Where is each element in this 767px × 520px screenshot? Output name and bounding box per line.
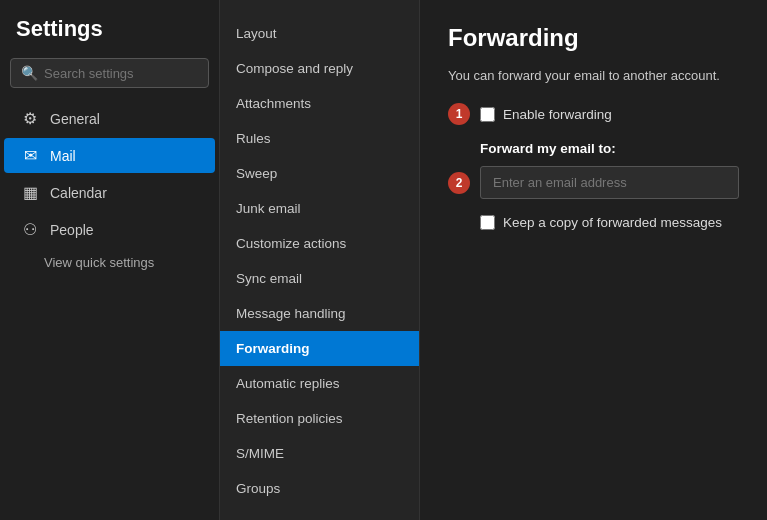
menu-item-rules[interactable]: Rules [220, 121, 419, 156]
sidebar-item-mail[interactable]: ✉ Mail [4, 138, 215, 173]
keep-copy-row: Keep a copy of forwarded messages [448, 215, 739, 230]
enable-forwarding-row: 1 Enable forwarding [448, 103, 739, 125]
menu-item-junk-email[interactable]: Junk email [220, 191, 419, 226]
keep-copy-checkbox[interactable] [480, 215, 495, 230]
enable-forwarding-text: Enable forwarding [503, 107, 612, 122]
menu-item-attachments[interactable]: Attachments [220, 86, 419, 121]
menu-item-automatic-replies[interactable]: Automatic replies [220, 366, 419, 401]
menu-item-forwarding[interactable]: Forwarding [220, 331, 419, 366]
view-quick-settings-link[interactable]: View quick settings [0, 248, 219, 277]
keep-copy-label[interactable]: Keep a copy of forwarded messages [480, 215, 722, 230]
quick-settings-label: View quick settings [44, 255, 154, 270]
badge-1: 1 [448, 103, 470, 125]
forwarding-description: You can forward your email to another ac… [448, 68, 739, 83]
gear-icon: ⚙ [20, 109, 40, 128]
sidebar-label-general: General [50, 111, 100, 127]
main-content: Forwarding You can forward your email to… [420, 0, 767, 520]
keep-copy-text: Keep a copy of forwarded messages [503, 215, 722, 230]
menu-item-sync-email[interactable]: Sync email [220, 261, 419, 296]
email-input-row: 2 [448, 166, 739, 199]
sidebar-label-calendar: Calendar [50, 185, 107, 201]
sidebar-item-people[interactable]: ⚇ People [4, 212, 215, 247]
search-input[interactable] [44, 66, 198, 81]
people-icon: ⚇ [20, 220, 40, 239]
badge-2: 2 [448, 172, 470, 194]
menu-item-customize-actions[interactable]: Customize actions [220, 226, 419, 261]
menu-item-compose-reply[interactable]: Compose and reply [220, 51, 419, 86]
menu-item-sweep[interactable]: Sweep [220, 156, 419, 191]
mail-icon: ✉ [20, 146, 40, 165]
forward-email-label: Forward my email to: [480, 141, 739, 156]
enable-forwarding-label[interactable]: Enable forwarding [480, 107, 612, 122]
sidebar: Settings 🔍 ⚙ General ✉ Mail ▦ Calendar ⚇… [0, 0, 220, 520]
menu-item-groups[interactable]: Groups [220, 471, 419, 506]
enable-forwarding-checkbox[interactable] [480, 107, 495, 122]
app-title: Settings [0, 16, 219, 58]
sidebar-label-mail: Mail [50, 148, 76, 164]
page-title: Forwarding [448, 24, 739, 52]
middle-menu: Layout Compose and reply Attachments Rul… [220, 0, 420, 520]
calendar-icon: ▦ [20, 183, 40, 202]
sidebar-item-calendar[interactable]: ▦ Calendar [4, 175, 215, 210]
email-address-input[interactable] [480, 166, 739, 199]
menu-item-retention-policies[interactable]: Retention policies [220, 401, 419, 436]
sidebar-item-general[interactable]: ⚙ General [4, 101, 215, 136]
search-box[interactable]: 🔍 [10, 58, 209, 88]
sidebar-label-people: People [50, 222, 94, 238]
menu-item-layout[interactable]: Layout [220, 16, 419, 51]
menu-item-smime[interactable]: S/MIME [220, 436, 419, 471]
menu-item-message-handling[interactable]: Message handling [220, 296, 419, 331]
search-icon: 🔍 [21, 65, 38, 81]
